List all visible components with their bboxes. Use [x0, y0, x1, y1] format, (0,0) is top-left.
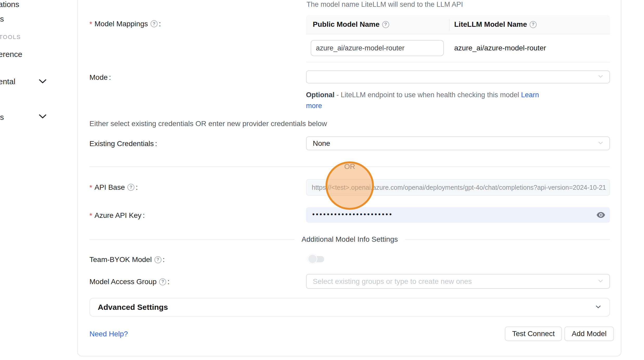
test-connect-button[interactable]: Test Connect — [505, 326, 562, 341]
help-icon[interactable]: ? — [127, 184, 134, 191]
table-row: azure_ai/azure-model-router — [306, 34, 610, 62]
required-asterisk: * — [89, 212, 92, 220]
team-byok-label: Team-BYOK Model ? : — [89, 256, 165, 264]
help-icon[interactable]: ? — [530, 21, 537, 28]
model-mappings-table: Public Model Name ? LiteLLM Model Name ?… — [306, 15, 610, 62]
chevron-down-icon — [597, 73, 604, 81]
table-header-row: Public Model Name ? LiteLLM Model Name ? — [306, 15, 610, 34]
model-access-group-select[interactable]: Select existing groups or type to create… — [306, 274, 610, 289]
sidebar-item[interactable]: ations — [0, 0, 19, 9]
help-icon[interactable]: ? — [151, 20, 158, 27]
model-name-help-text: The model name LiteLLM will send to the … — [307, 1, 463, 9]
credentials-note: Either select existing credentials OR en… — [89, 120, 327, 128]
sidebar-item[interactable]: erence — [0, 50, 22, 59]
section-divider: Additional Model Info Settings — [89, 234, 610, 245]
sidebar-item[interactable]: s — [0, 15, 4, 23]
required-asterisk: * — [89, 184, 92, 192]
api-base-input[interactable]: https://<test>.openai.azure.com/openai/d… — [306, 179, 610, 196]
sidebar-section-label: TOOLS — [0, 34, 21, 41]
model-access-group-label: Model Access Group ? : — [89, 278, 170, 286]
required-asterisk: * — [89, 20, 92, 28]
litellm-model-name-header: LiteLLM Model Name ? — [449, 20, 610, 29]
azure-api-key-label: * Azure API Key : — [89, 211, 145, 220]
help-icon[interactable]: ? — [159, 278, 166, 285]
api-base-placeholder: https://<test>.openai.azure.com/openai/d… — [307, 184, 610, 191]
team-byok-toggle[interactable] — [308, 254, 325, 264]
column-divider — [449, 19, 450, 30]
or-divider: OR — [89, 161, 610, 172]
help-icon[interactable]: ? — [382, 21, 389, 28]
existing-credentials-select[interactable]: None — [306, 136, 610, 150]
sidebar-item[interactable]: s — [0, 113, 4, 122]
advanced-settings-label: Advanced Settings — [90, 303, 168, 312]
need-help-link[interactable]: Need Help? — [89, 330, 128, 338]
help-icon[interactable]: ? — [154, 256, 161, 263]
chevron-down-icon — [597, 277, 604, 286]
public-model-name-header: Public Model Name ? — [306, 20, 449, 29]
eye-icon[interactable] — [596, 212, 605, 218]
section-divider-text: Additional Model Info Settings — [302, 235, 398, 244]
existing-credentials-label: Existing Credentials : — [89, 140, 157, 148]
mode-help-text: Optional - LiteLLM endpoint to use when … — [306, 89, 553, 111]
add-model-button[interactable]: Add Model — [564, 326, 614, 341]
mode-label: Mode : — [89, 73, 111, 82]
public-model-name-input[interactable] — [311, 40, 444, 56]
toggle-knob — [308, 254, 317, 264]
azure-api-key-input[interactable]: •••••••••••••••••••••• — [306, 207, 610, 223]
chevron-down-icon — [594, 303, 602, 312]
masked-password-dots: •••••••••••••••••••••• — [306, 210, 393, 218]
chevron-down-icon[interactable] — [38, 114, 47, 119]
chevron-down-icon — [597, 139, 604, 148]
chevron-down-icon[interactable] — [38, 79, 47, 84]
or-divider-text: OR — [344, 162, 355, 171]
mode-select[interactable] — [306, 70, 610, 83]
api-base-label: * API Base ? : — [89, 183, 138, 192]
advanced-settings-panel[interactable]: Advanced Settings — [89, 298, 610, 317]
litellm-model-name-value: azure_ai/azure-model-router — [449, 44, 610, 52]
model-mappings-label: * Model Mappings ? : — [89, 19, 161, 28]
sidebar-item[interactable]: ental — [0, 77, 15, 86]
